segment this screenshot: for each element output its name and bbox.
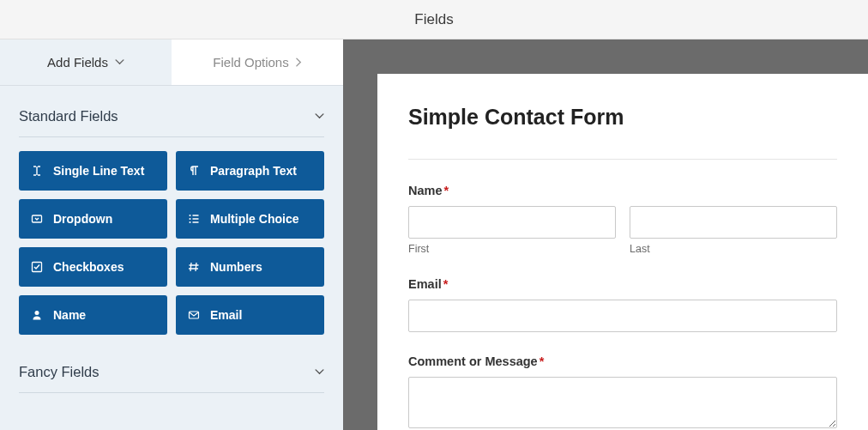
main-area: Add Fields Field Options Standard Fields bbox=[0, 39, 868, 430]
chevron-right-icon bbox=[296, 58, 302, 67]
required-mark: * bbox=[539, 354, 545, 368]
list-icon bbox=[188, 213, 200, 225]
last-name-input[interactable] bbox=[630, 206, 837, 239]
form-field-email: Email* bbox=[408, 277, 837, 332]
tab-field-options[interactable]: Field Options bbox=[172, 39, 343, 85]
chevron-down-icon bbox=[315, 113, 324, 119]
section-standard-title: Standard Fields bbox=[19, 108, 118, 124]
required-mark: * bbox=[443, 277, 449, 291]
form-title: Simple Contact Form bbox=[408, 105, 837, 130]
form-field-name: Name* First Last bbox=[408, 184, 837, 255]
sidebar: Add Fields Field Options Standard Fields bbox=[0, 39, 343, 430]
user-icon bbox=[31, 309, 43, 321]
section-fancy-fields[interactable]: Fancy Fields bbox=[0, 338, 343, 392]
field-single-line-text[interactable]: Single Line Text bbox=[19, 151, 167, 191]
chevron-down-icon bbox=[315, 369, 324, 375]
svg-point-2 bbox=[190, 218, 191, 220]
field-label: Name bbox=[53, 308, 86, 322]
divider bbox=[408, 159, 837, 160]
label-text: Comment or Message bbox=[408, 354, 538, 368]
field-label: Numbers bbox=[210, 260, 262, 274]
field-email[interactable]: Email bbox=[176, 295, 324, 335]
tab-add-fields[interactable]: Add Fields bbox=[0, 39, 172, 85]
label-text: Name bbox=[408, 184, 443, 197]
section-standard-fields[interactable]: Standard Fields bbox=[0, 86, 343, 136]
svg-rect-0 bbox=[33, 215, 42, 222]
tab-add-fields-label: Add Fields bbox=[47, 55, 108, 70]
field-multiple-choice[interactable]: Multiple Choice bbox=[176, 199, 324, 239]
svg-point-1 bbox=[190, 215, 191, 216]
name-label: Name* bbox=[408, 184, 837, 197]
field-label: Checkboxes bbox=[53, 260, 124, 274]
page-title: Fields bbox=[414, 11, 453, 28]
comment-label: Comment or Message* bbox=[408, 354, 837, 368]
label-text: Email bbox=[408, 277, 442, 291]
divider bbox=[19, 392, 324, 393]
chevron-down-icon bbox=[115, 59, 124, 65]
first-name-input[interactable] bbox=[408, 206, 616, 239]
form-preview[interactable]: Simple Contact Form Name* First Last bbox=[377, 74, 868, 430]
section-fancy-title: Fancy Fields bbox=[19, 364, 99, 380]
checkbox-icon bbox=[31, 261, 43, 273]
comment-input[interactable] bbox=[408, 377, 837, 428]
field-numbers[interactable]: Numbers bbox=[176, 247, 324, 287]
dropdown-icon bbox=[31, 213, 43, 225]
field-checkboxes[interactable]: Checkboxes bbox=[19, 247, 167, 287]
topbar: Fields bbox=[0, 0, 868, 39]
first-name-sublabel: First bbox=[408, 243, 616, 255]
svg-point-5 bbox=[35, 311, 39, 315]
envelope-icon bbox=[188, 309, 200, 321]
standard-fields-grid: Single Line Text Paragraph Text Dropdown… bbox=[0, 137, 343, 338]
field-paragraph-text[interactable]: Paragraph Text bbox=[176, 151, 324, 191]
email-label: Email* bbox=[408, 277, 837, 291]
required-mark: * bbox=[444, 184, 449, 197]
field-label: Multiple Choice bbox=[210, 212, 298, 226]
svg-point-3 bbox=[190, 221, 191, 223]
form-canvas: Simple Contact Form Name* First Last bbox=[343, 39, 868, 430]
last-name-sublabel: Last bbox=[630, 243, 837, 255]
text-cursor-icon bbox=[31, 165, 43, 177]
field-label: Dropdown bbox=[53, 212, 112, 226]
paragraph-icon bbox=[188, 165, 200, 177]
field-name[interactable]: Name bbox=[19, 295, 167, 335]
field-dropdown[interactable]: Dropdown bbox=[19, 199, 167, 239]
sidebar-tabs: Add Fields Field Options bbox=[0, 39, 343, 86]
field-label: Email bbox=[210, 308, 242, 322]
field-label: Paragraph Text bbox=[210, 164, 297, 178]
email-input[interactable] bbox=[408, 300, 837, 332]
tab-field-options-label: Field Options bbox=[213, 55, 288, 70]
hash-icon bbox=[188, 261, 200, 273]
form-field-comment: Comment or Message* bbox=[408, 354, 837, 430]
field-label: Single Line Text bbox=[53, 164, 144, 178]
